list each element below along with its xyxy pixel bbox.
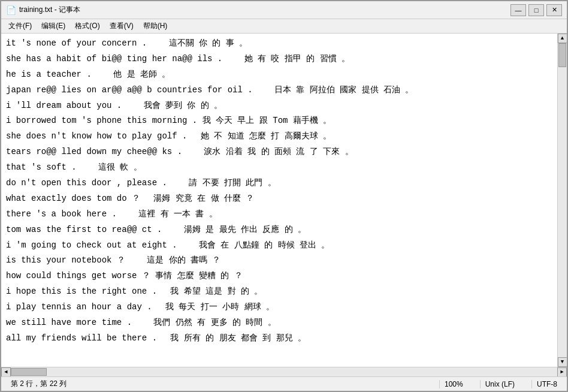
scroll-up-arrow[interactable]: ▲ (558, 34, 567, 43)
menu-bar: 文件(F) 编辑(E) 格式(O) 查看(V) 帮助(H) (1, 19, 567, 34)
text-line: japan re@@ lies on ar@@ a@@ b countries … (6, 83, 552, 98)
menu-edit[interactable]: 编辑(E) (37, 20, 70, 32)
scroll-track-h[interactable] (11, 367, 557, 376)
text-line: do n't open this door , please . 請 不要 打開… (6, 176, 552, 191)
scroll-left-arrow[interactable]: ◄ (1, 367, 11, 377)
text-line: i 'm going to check out at eight . 我會 在 … (6, 238, 552, 254)
menu-help[interactable]: 帮助(H) (138, 20, 173, 32)
vertical-scrollbar[interactable]: ▲ ▼ (557, 34, 567, 367)
scroll-thumb-v[interactable] (558, 43, 566, 67)
content-area: it 's none of your concern . 這不關 你 的 事 。… (1, 34, 567, 367)
text-line: that 's soft . 這很 軟 。 (6, 160, 552, 176)
text-line: he is a teacher . 他 是 老師 。 (6, 67, 552, 83)
title-bar: 📄 training.txt - 记事本 — □ ✕ (1, 1, 567, 19)
menu-view[interactable]: 查看(V) (105, 20, 138, 32)
charset: UTF-8 (531, 380, 562, 388)
text-line: i hope this is the right one . 我 希望 這是 對… (6, 284, 552, 300)
text-line: all my friends will be there . 我 所有 的 朋友… (6, 331, 552, 346)
maximize-button[interactable]: □ (528, 4, 544, 16)
menu-file[interactable]: 文件(F) (4, 20, 37, 32)
window-title: training.txt - 记事本 (19, 5, 80, 15)
scroll-thumb-h[interactable] (11, 368, 47, 376)
scroll-right-arrow[interactable]: ► (557, 367, 567, 377)
status-bar: 第 2 行，第 22 列 100% Unix (LF) UTF-8 (1, 376, 567, 391)
text-editor[interactable]: it 's none of your concern . 這不關 你 的 事 。… (1, 34, 557, 367)
zoom-level: 100% (439, 380, 468, 388)
text-line: tears ro@@ lled down my chee@@ ks . 淚水 沿… (6, 144, 552, 160)
text-line: there 's a book here . 這裡 有 一本 書 。 (6, 207, 552, 222)
text-line: i play tennis an hour a day . 我 每天 打一 小時… (6, 300, 552, 315)
close-button[interactable]: ✕ (546, 4, 562, 16)
line-encoding: Unix (LF) (480, 380, 519, 388)
app-icon: 📄 (6, 5, 16, 15)
text-line: it 's none of your concern . 這不關 你 的 事 。 (6, 36, 552, 52)
text-line: we still have more time . 我們 仍然 有 更多 的 時… (6, 315, 552, 331)
text-line: she does n't know how to play golf . 她 不… (6, 129, 552, 144)
horizontal-scrollbar-container: ◄ ► (1, 367, 567, 376)
menu-format[interactable]: 格式(O) (70, 20, 104, 32)
cursor-position: 第 2 行，第 22 列 (6, 379, 71, 389)
title-bar-left: 📄 training.txt - 记事本 (6, 5, 80, 15)
text-line: how could things get worse ？ 事情 怎麼 變糟 的 … (6, 269, 552, 284)
text-line: is this your notebook ？ 這是 你的 書嗎 ？ (6, 253, 552, 269)
title-controls: — □ ✕ (510, 4, 562, 16)
text-line: i borrowed tom 's phone this morning . 我… (6, 113, 552, 129)
text-line: what exactly does tom do ？ 湯姆 究竟 在 做 什麼 … (6, 191, 552, 207)
scroll-track-v[interactable] (558, 43, 567, 357)
scroll-down-arrow[interactable]: ▼ (558, 357, 567, 367)
text-line: she has a habit of bi@@ ting her na@@ il… (6, 52, 552, 67)
text-line: tom was the first to rea@@ ct . 湯姆 是 最先 … (6, 222, 552, 238)
minimize-button[interactable]: — (510, 4, 526, 16)
notepad-window: 📄 training.txt - 记事本 — □ ✕ 文件(F) 编辑(E) 格… (0, 0, 568, 392)
text-line: i 'll dream about you . 我會 夢到 你 的 。 (6, 98, 552, 114)
